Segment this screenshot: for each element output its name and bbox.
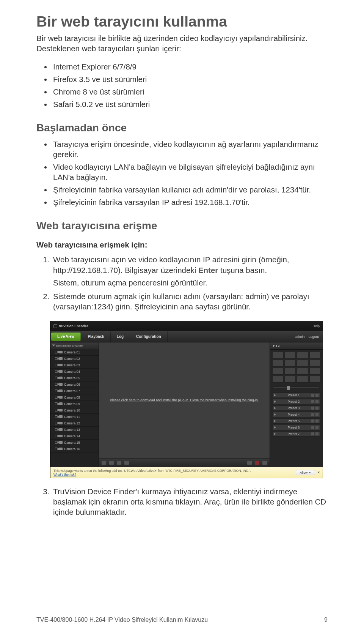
preset-call-icon[interactable]	[311, 394, 314, 397]
sidebar-group-title[interactable]: Embedded Encoder	[50, 342, 99, 349]
ptz-iris-open-icon[interactable]	[272, 376, 284, 383]
intro-text: Bir web tarayıcısı ile birlikte ağ üzeri…	[36, 33, 328, 54]
camera-item[interactable]: Camera 15	[50, 440, 99, 446]
camera-item[interactable]: Camera 01	[50, 349, 99, 356]
camera-item[interactable]: Camera 03	[50, 362, 99, 369]
preset-row[interactable]: Preset 1	[272, 393, 320, 398]
camera-item[interactable]: Camera 02	[50, 356, 99, 362]
ptz-zoom-out-icon[interactable]	[309, 360, 321, 367]
preset-set-icon[interactable]	[315, 432, 318, 435]
play-icon	[274, 407, 276, 409]
record-icon	[55, 370, 58, 373]
camera-item[interactable]: Camera 11	[50, 414, 99, 420]
camera-item[interactable]: Camera 10	[50, 407, 99, 414]
preset-row[interactable]: Preset 4	[272, 412, 320, 417]
preset-call-icon[interactable]	[311, 432, 314, 435]
preset-call-icon[interactable]	[311, 419, 314, 423]
ie-addon-message: This webpage wants to run the following …	[53, 469, 251, 473]
preset-set-icon[interactable]	[315, 394, 318, 397]
camera-icon	[59, 402, 63, 405]
close-icon[interactable]: ×	[317, 470, 320, 475]
ptz-left-icon[interactable]	[272, 360, 284, 367]
ptz-zoom-in-icon[interactable]	[309, 352, 321, 359]
layout-16-icon[interactable]	[124, 460, 129, 465]
tab-configuration[interactable]: Configuration	[130, 331, 168, 342]
record-icon	[55, 389, 58, 392]
preset-call-icon[interactable]	[311, 426, 314, 429]
preset-row[interactable]: Preset 5	[272, 418, 320, 424]
preset-row[interactable]: Preset 2	[272, 399, 320, 404]
tab-log[interactable]: Log	[111, 331, 130, 342]
play-icon	[274, 394, 276, 396]
ptz-focus-icon[interactable]	[309, 368, 321, 375]
record-button-icon[interactable]	[254, 460, 260, 465]
ie-allow-button[interactable]: Allow	[296, 470, 315, 475]
ptz-speed-slider[interactable]	[273, 386, 320, 389]
preset-call-icon[interactable]	[311, 413, 314, 416]
record-icon	[55, 441, 58, 444]
before-list: Tarayıcıya erişim öncesinde, video kodla…	[36, 138, 328, 208]
ptz-right-icon[interactable]	[297, 360, 308, 367]
camera-item[interactable]: Camera 12	[50, 420, 99, 427]
preset-set-icon[interactable]	[315, 419, 318, 423]
camera-item[interactable]: Camera 07	[50, 388, 99, 394]
stop-all-icon[interactable]	[262, 460, 267, 465]
record-icon	[55, 357, 58, 360]
preset-set-icon[interactable]	[315, 426, 318, 429]
logout-link[interactable]: Logout	[308, 335, 319, 339]
camera-item[interactable]: Camera 16	[50, 446, 99, 453]
preset-row[interactable]: Preset 3	[272, 405, 320, 411]
camera-item[interactable]: Camera 05	[50, 375, 99, 382]
app-brand: truVision Encoder	[53, 324, 88, 328]
play-icon	[274, 413, 276, 416]
layout-9-icon[interactable]	[116, 460, 122, 465]
preset-set-icon[interactable]	[315, 413, 318, 416]
help-link[interactable]: Help	[312, 324, 320, 328]
ptz-auto-icon[interactable]	[285, 360, 296, 367]
layout-4-icon[interactable]	[109, 460, 114, 465]
ptz-iris-close-icon[interactable]	[285, 376, 296, 383]
preset-call-icon[interactable]	[311, 400, 314, 403]
play-icon	[274, 420, 276, 422]
footer-doc-title: TVE-400/800-1600 H.264 IP Video Şifreley…	[36, 617, 208, 623]
tab-live-view[interactable]: Live View	[51, 333, 81, 341]
ptz-down-icon[interactable]	[285, 368, 296, 375]
ie-risk-link[interactable]: What's the risk?	[53, 473, 251, 476]
preset-call-icon[interactable]	[311, 407, 314, 410]
camera-icon	[59, 377, 63, 379]
camera-item[interactable]: Camera 04	[50, 369, 99, 375]
snapshot-icon[interactable]	[247, 460, 252, 465]
preset-row[interactable]: Preset 7	[272, 431, 320, 437]
ptz-up-right-icon[interactable]	[297, 352, 308, 359]
preset-row[interactable]: Preset 6	[272, 425, 320, 430]
camera-item[interactable]: Camera 14	[50, 433, 99, 440]
preset-set-icon[interactable]	[315, 407, 318, 410]
camera-label: Camera 01	[64, 350, 80, 354]
ptz-down-left-icon[interactable]	[272, 368, 284, 375]
ptz-light-icon[interactable]	[297, 376, 308, 383]
ptz-down-right-icon[interactable]	[297, 368, 308, 375]
camera-sidebar: Embedded Encoder Camera 01 Camera 02 Cam…	[50, 342, 99, 467]
camera-item[interactable]: Camera 08	[50, 394, 99, 401]
ptz-up-left-icon[interactable]	[272, 352, 284, 359]
camera-item[interactable]: Camera 09	[50, 401, 99, 407]
list-item: Şifreleyicinin fabrika varsayılan IP adr…	[52, 196, 328, 208]
camera-label: Camera 14	[64, 434, 80, 438]
plugin-download-link[interactable]: Please click here to download and instal…	[110, 398, 259, 403]
camera-item[interactable]: Camera 06	[50, 382, 99, 388]
ie-allow-label: Allow	[300, 471, 308, 475]
record-icon	[55, 428, 58, 431]
preset-label: Preset 3	[288, 406, 300, 410]
ptz-up-icon[interactable]	[285, 352, 296, 359]
layout-1-icon[interactable]	[101, 460, 107, 465]
preset-label: Preset 4	[288, 413, 300, 416]
camera-item[interactable]: Camera 13	[50, 427, 99, 433]
tab-playback[interactable]: Playback	[82, 331, 110, 342]
chevron-down-icon	[309, 472, 311, 473]
preset-label: Preset 5	[288, 419, 300, 423]
page-title: Bir web tarayıcını kullanma	[36, 14, 328, 30]
preset-set-icon[interactable]	[315, 400, 318, 403]
camera-label: Camera 07	[64, 389, 80, 393]
ptz-wiper-icon[interactable]	[309, 376, 321, 383]
video-toolbar	[99, 459, 270, 467]
